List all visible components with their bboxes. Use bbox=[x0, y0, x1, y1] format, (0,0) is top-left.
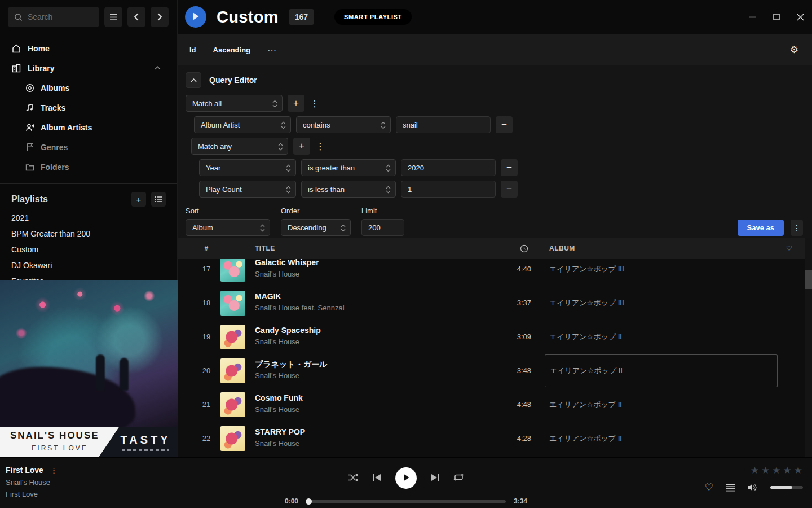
track-options-icon[interactable]: ⋮ bbox=[50, 466, 58, 475]
remove-rule-button[interactable]: − bbox=[496, 116, 513, 133]
shuffle-button[interactable] bbox=[348, 473, 359, 484]
rule-value-input[interactable] bbox=[396, 116, 491, 133]
column-title[interactable]: TITLE bbox=[255, 244, 275, 252]
rule-operator-select[interactable]: is less than bbox=[301, 181, 396, 198]
menu-button[interactable] bbox=[104, 7, 122, 27]
collapse-query-button[interactable] bbox=[186, 72, 201, 88]
track-table: # TITLE ALBUM ♡ 17 Galactic Whisper Snai… bbox=[178, 238, 812, 457]
list-icon bbox=[154, 195, 164, 204]
group-options-icon[interactable]: ⋮ bbox=[310, 95, 320, 112]
save-as-button[interactable]: Save as bbox=[738, 220, 784, 236]
star-icon[interactable]: ★ bbox=[772, 465, 781, 476]
sidebar-item-tracks[interactable]: Tracks bbox=[0, 98, 177, 117]
seek-slider[interactable] bbox=[306, 500, 506, 503]
table-row[interactable]: 18 MAGIK Snail's House feat. Sennzai 3:3… bbox=[178, 286, 812, 320]
now-playing-artist[interactable]: Snail's House bbox=[6, 478, 58, 487]
volume-slider[interactable] bbox=[770, 486, 803, 489]
search-input[interactable] bbox=[8, 7, 99, 27]
column-number[interactable]: # bbox=[189, 244, 223, 252]
rule-value-input[interactable] bbox=[401, 181, 496, 198]
star-icon[interactable]: ★ bbox=[751, 465, 760, 476]
remove-rule-button[interactable]: − bbox=[501, 181, 518, 198]
search-field[interactable] bbox=[28, 12, 90, 21]
repeat-button[interactable] bbox=[453, 473, 464, 483]
favorite-heart-icon[interactable]: ♡ bbox=[705, 481, 713, 493]
sidebar-item-library[interactable]: Library bbox=[0, 58, 177, 78]
sidebar-item-home[interactable]: Home bbox=[0, 38, 177, 58]
match-type-select[interactable]: Match all bbox=[186, 95, 283, 112]
now-playing-title[interactable]: First Love bbox=[6, 466, 43, 475]
order-select[interactable]: Descending bbox=[281, 219, 351, 236]
favorite-heart-icon[interactable]: ♡ bbox=[786, 244, 792, 252]
previous-button[interactable] bbox=[373, 474, 381, 483]
playlist-item-dj-okawari[interactable]: DJ Okawari bbox=[0, 257, 177, 273]
save-options-icon[interactable]: ⋮ bbox=[791, 220, 803, 236]
volume-icon[interactable] bbox=[748, 483, 758, 492]
window-maximize-button[interactable] bbox=[773, 14, 780, 20]
table-row[interactable]: 22 STARRY POP Snail's House 4:28 エイリアン☆ポ… bbox=[178, 422, 812, 456]
duration-clock-icon[interactable] bbox=[520, 244, 529, 255]
playlist-item-2021[interactable]: 2021 bbox=[0, 210, 177, 226]
sidebar-item-genres[interactable]: Genres bbox=[0, 137, 177, 157]
next-button[interactable] bbox=[431, 474, 439, 483]
match-type-value: Match all bbox=[192, 99, 222, 108]
queue-icon[interactable] bbox=[726, 484, 735, 492]
add-rule-button[interactable]: + bbox=[288, 95, 304, 112]
sort-select[interactable]: Album bbox=[186, 219, 270, 236]
playlist-item-bpm[interactable]: BPM Greater than 200 bbox=[0, 226, 177, 242]
window-close-button[interactable] bbox=[797, 14, 804, 21]
nav-back-button[interactable] bbox=[127, 7, 145, 27]
rule-operator-select[interactable]: is greater than bbox=[301, 159, 396, 176]
rule-value-input[interactable] bbox=[401, 159, 496, 176]
window-minimize-button[interactable] bbox=[749, 14, 756, 21]
play-pause-button[interactable] bbox=[395, 467, 417, 489]
play-playlist-button[interactable] bbox=[185, 6, 206, 28]
scrollbar-thumb[interactable] bbox=[805, 270, 812, 289]
rule-field-select[interactable]: Play Count bbox=[199, 181, 296, 198]
minus-icon: − bbox=[506, 183, 512, 195]
playlist-item-custom[interactable]: Custom bbox=[0, 242, 177, 257]
star-icon[interactable]: ★ bbox=[783, 465, 792, 476]
rule-field-select[interactable]: Year bbox=[199, 159, 296, 176]
remove-rule-button[interactable]: − bbox=[501, 159, 518, 176]
column-album[interactable]: ALBUM bbox=[549, 244, 575, 252]
more-options-icon[interactable]: ⋯ bbox=[267, 45, 277, 55]
query-sort-row: Sort Album Order Descending bbox=[186, 207, 812, 236]
filter-bar: Id Ascending ⋯ ⚙ bbox=[178, 34, 812, 65]
sort-field-button[interactable]: Id bbox=[189, 46, 196, 54]
artwork-rocks bbox=[0, 367, 135, 435]
track-album-focused-cell[interactable]: エイリアン☆ポップ II bbox=[545, 354, 778, 387]
rule-operator-select[interactable]: contains bbox=[296, 116, 391, 133]
rule-operator-value: is greater than bbox=[308, 164, 355, 172]
sort-value: Album bbox=[192, 224, 213, 232]
sidebar-item-albums[interactable]: Albums bbox=[0, 78, 177, 98]
table-row[interactable]: 17 Galactic Whisper Snail's House 4:40 エ… bbox=[178, 259, 812, 286]
artwork-figure bbox=[120, 358, 129, 391]
now-playing-album[interactable]: First Love bbox=[6, 490, 58, 498]
add-playlist-button[interactable]: + bbox=[131, 192, 146, 207]
chevron-up-icon[interactable] bbox=[153, 63, 162, 73]
skip-previous-icon bbox=[373, 474, 381, 483]
record-label-text: TASTY bbox=[120, 433, 170, 446]
sort-order-button[interactable]: Ascending bbox=[213, 46, 250, 54]
settings-gear-icon[interactable]: ⚙ bbox=[790, 44, 798, 56]
star-icon[interactable]: ★ bbox=[761, 465, 770, 476]
sidebar-item-folders[interactable]: Folders bbox=[0, 157, 177, 177]
nav-forward-button[interactable] bbox=[151, 7, 169, 27]
rule-field-select[interactable]: Album Artist bbox=[194, 116, 291, 133]
progress-row: 0:00 3:34 bbox=[279, 497, 533, 505]
limit-input[interactable] bbox=[361, 219, 404, 236]
artwork-figure bbox=[96, 354, 105, 391]
table-row[interactable]: 21 Cosmo Funk Snail's House 4:48 エイリアン☆ポ… bbox=[178, 388, 812, 422]
track-title: Galactic Whisper bbox=[255, 259, 319, 267]
select-updown-icon bbox=[286, 164, 291, 174]
playlist-list-button[interactable] bbox=[151, 192, 166, 207]
group-options-icon[interactable]: ⋮ bbox=[315, 138, 325, 155]
star-icon[interactable]: ★ bbox=[794, 465, 803, 476]
table-row[interactable]: 19 Candy Spaceship Snail's House 3:09 エイ… bbox=[178, 320, 812, 354]
sidebar-item-album-artists[interactable]: Album Artists bbox=[0, 117, 177, 137]
match-type-select[interactable]: Match any bbox=[191, 138, 288, 155]
table-row[interactable]: 20 プラネット・ガール Snail's House 3:48 エイリアン☆ポッ… bbox=[178, 354, 812, 388]
seek-thumb[interactable] bbox=[306, 498, 312, 505]
add-rule-button[interactable]: + bbox=[293, 138, 310, 155]
